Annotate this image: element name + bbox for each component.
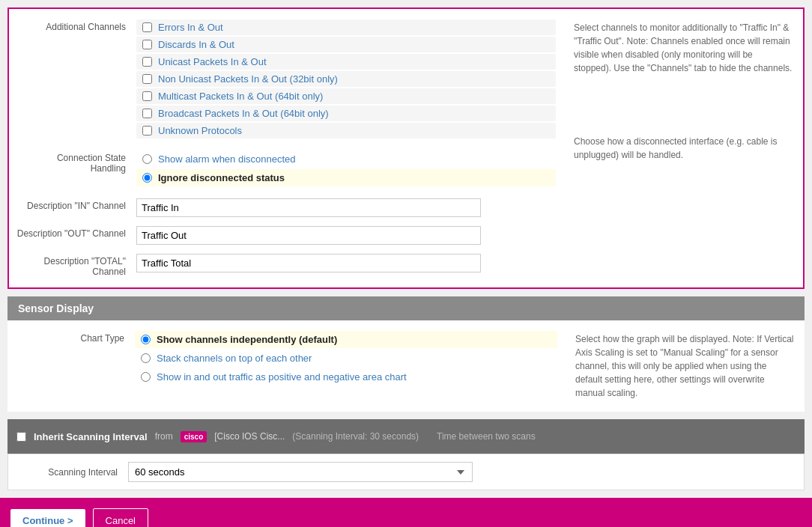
description-total-content bbox=[136, 254, 556, 272]
channel-checkbox-unicast[interactable] bbox=[142, 57, 152, 67]
description-in-input[interactable] bbox=[136, 198, 481, 217]
inherit-scanning-label[interactable]: Inherit Scanning Interval bbox=[34, 431, 148, 442]
chart-type-label: Chart Type bbox=[15, 331, 135, 344]
channel-checkbox-multicast[interactable] bbox=[142, 91, 152, 101]
channel-checkbox-broadcast[interactable] bbox=[142, 109, 152, 118]
connection-state-label: Connection State Handling bbox=[16, 150, 136, 174]
channel-label-unicast[interactable]: Unicast Packets In & Out bbox=[158, 56, 267, 67]
scanning-help-right: Time between two scans bbox=[426, 425, 666, 448]
channel-checkbox-unknown[interactable] bbox=[142, 126, 152, 135]
connection-state-option-alarm: Show alarm when disconnected bbox=[136, 150, 556, 168]
chart-type-radio-area[interactable] bbox=[141, 372, 151, 382]
inherit-scanning-header: Inherit Scanning Interval from cisco [Ci… bbox=[7, 419, 805, 454]
cancel-button[interactable]: Cancel bbox=[93, 508, 148, 527]
channel-item: Unicast Packets In & Out bbox=[136, 54, 556, 70]
channel-label-unknown[interactable]: Unknown Protocols bbox=[158, 125, 242, 136]
cisco-icon: cisco bbox=[181, 431, 207, 442]
chart-type-label-default[interactable]: Show channels independently (default) bbox=[157, 334, 337, 345]
description-in-content bbox=[136, 198, 556, 217]
chart-type-radio-default[interactable] bbox=[141, 335, 151, 344]
chart-type-options: Show channels independently (default)Sta… bbox=[135, 331, 557, 387]
channel-label-discards[interactable]: Discards In & Out bbox=[158, 39, 234, 50]
channel-checkbox-errors[interactable] bbox=[142, 22, 152, 32]
interval-info: (Scanning Interval: 30 seconds) bbox=[292, 431, 419, 442]
connection-state-options: Show alarm when disconnectedIgnore disco… bbox=[136, 150, 556, 188]
description-out-content bbox=[136, 226, 556, 245]
scanning-interval-select[interactable]: 30 seconds60 seconds5 minutes10 minutes1… bbox=[128, 462, 473, 482]
device-name: [Cisco IOS Cisc... bbox=[214, 431, 285, 442]
scanning-interval-label: Scanning Interval bbox=[16, 467, 128, 478]
description-total-input[interactable] bbox=[136, 254, 481, 272]
channel-item: Broadcast Packets In & Out (64bit only) bbox=[136, 106, 556, 121]
connection-state-radio-ignore[interactable] bbox=[142, 173, 152, 183]
additional-channels-help: Select channels to monitor additionally … bbox=[563, 16, 803, 166]
channel-label-errors[interactable]: Errors In & Out bbox=[158, 22, 223, 33]
chart-type-label-stacked[interactable]: Stack channels on top of each other bbox=[157, 353, 312, 364]
footer-bar: Continue > Cancel bbox=[0, 498, 812, 527]
connection-state-label-alarm[interactable]: Show alarm when disconnected bbox=[158, 153, 296, 165]
from-label: from bbox=[155, 431, 173, 442]
connection-state-label-ignore[interactable]: Ignore disconnected status bbox=[158, 172, 285, 183]
chart-type-option-area: Show in and out traffic as positive and … bbox=[135, 368, 557, 386]
description-out-input[interactable] bbox=[136, 226, 481, 245]
description-out-label: Description "OUT" Channel bbox=[16, 226, 136, 239]
channels-list: Errors In & OutDiscards In & OutUnicast … bbox=[136, 19, 556, 140]
chart-type-option-stacked: Stack channels on top of each other bbox=[135, 350, 557, 367]
channel-checkbox-discards[interactable] bbox=[142, 40, 152, 49]
sensor-display-help: Select how the graph will be displayed. … bbox=[565, 328, 805, 404]
channel-item: Errors In & Out bbox=[136, 19, 556, 35]
channel-item: Multicast Packets In & Out (64bit only) bbox=[136, 88, 556, 104]
channel-item: Non Unicast Packets In & Out (32bit only… bbox=[136, 71, 556, 87]
continue-button[interactable]: Continue > bbox=[10, 509, 85, 527]
sensor-display-section-header: Sensor Display bbox=[7, 296, 805, 320]
channel-checkbox-nonunicast[interactable] bbox=[142, 74, 152, 84]
channel-label-multicast[interactable]: Multicast Packets In & Out (64bit only) bbox=[158, 91, 323, 102]
channel-item: Discards In & Out bbox=[136, 37, 556, 52]
description-in-label: Description "IN" Channel bbox=[16, 198, 136, 211]
description-total-label: Description "TOTAL" Channel bbox=[16, 254, 136, 277]
channel-item: Unknown Protocols bbox=[136, 123, 556, 138]
inherit-scanning-checkbox[interactable] bbox=[16, 432, 26, 442]
connection-state-option-ignore: Ignore disconnected status bbox=[136, 169, 556, 186]
chart-type-option-default: Show channels independently (default) bbox=[135, 331, 557, 348]
channel-label-broadcast[interactable]: Broadcast Packets In & Out (64bit only) bbox=[158, 108, 329, 119]
chart-type-radio-stacked[interactable] bbox=[141, 353, 151, 363]
additional-channels-label: Additional Channels bbox=[16, 19, 136, 32]
connection-state-radio-alarm[interactable] bbox=[142, 154, 152, 164]
chart-type-label-area[interactable]: Show in and out traffic as positive and … bbox=[157, 371, 407, 383]
channel-label-nonunicast[interactable]: Non Unicast Packets In & Out (32bit only… bbox=[158, 73, 338, 85]
